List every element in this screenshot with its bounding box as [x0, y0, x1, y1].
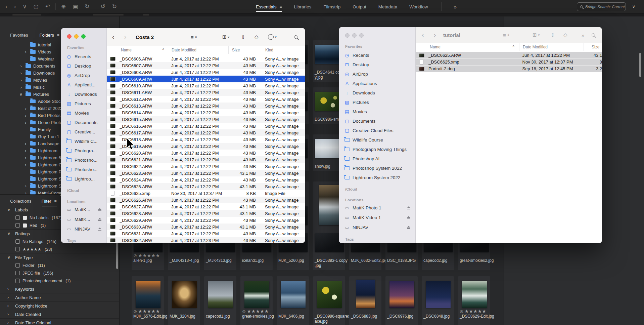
sidebar-item[interactable]: ◎ AirDrop [61, 71, 106, 80]
file-row[interactable]: _DSC6627.ARW Jun 4, 2017 at 12:22 PM 43.… [107, 203, 305, 210]
section-chevron-icon[interactable]: ∨ [7, 231, 11, 236]
file-row[interactable]: _DSC6622.ARW Jun 4, 2017 at 12:22 PM 43 … [107, 163, 305, 170]
section-chevron-icon[interactable]: ∨ [7, 255, 11, 260]
nav-chevron-icon[interactable]: ∨ [22, 4, 27, 9]
checkbox[interactable] [15, 263, 20, 268]
thumbnail-cell[interactable]: ⊘★★★★★ great-smokies.jpg [240, 276, 273, 325]
rating-row[interactable] [460, 252, 489, 258]
photo-thumbnail[interactable] [426, 281, 451, 308]
tabs-overflow-icon[interactable]: » [454, 4, 456, 10]
file-row[interactable]: _DSC6625.xmp Nov 30, 2017 at 12:37 PM 8 … [107, 190, 305, 197]
file-row[interactable]: _DSC6621.ARW Jun 4, 2017 at 12:22 PM 43 … [107, 156, 305, 163]
section-chevron-icon[interactable]: › [7, 295, 11, 300]
sidebar-item[interactable]: ◎ AirDrop [339, 69, 415, 79]
rating-row[interactable] [170, 308, 199, 314]
sidebar-item[interactable]: ⊡ Desktop [61, 61, 106, 71]
zoom-button[interactable] [359, 33, 364, 38]
section-chevron-icon[interactable]: › [7, 287, 11, 291]
search-options-chevron-icon[interactable]: ∨ [632, 4, 635, 9]
file-row[interactable]: _DSC6608.ARW Jun 4, 2017 at 12:22 PM 43 … [107, 69, 305, 76]
section-chevron-icon[interactable]: › [7, 320, 11, 325]
checkbox[interactable] [15, 223, 20, 228]
sidebar-item[interactable]: Photoshop AI [339, 154, 415, 163]
refresh-icon[interactable]: ↻ [85, 4, 89, 9]
rating-row[interactable] [387, 308, 416, 314]
rating-row[interactable] [170, 252, 199, 258]
photo-thumbnail[interactable] [172, 281, 197, 308]
checkbox[interactable] [15, 247, 20, 251]
undo-icon[interactable]: ↺ [100, 4, 105, 9]
thumbnail-cell[interactable]: capecod1.jpg [204, 276, 236, 325]
rating-row[interactable] [423, 252, 453, 258]
thumbnail-cell[interactable]: ⊘★★★★★ _DSC8629-Edit.jpg [458, 276, 490, 325]
sidebar-drive-item[interactable]: ▭ MattK... [61, 214, 106, 224]
file-row[interactable]: _DSC6630.ARW Jun 4, 2017 at 12:22 PM 43.… [107, 224, 305, 230]
share-icon[interactable]: ⇧ [551, 32, 555, 38]
disclosure-chevron-icon[interactable]: › [24, 113, 28, 118]
file-row[interactable]: _DSC6606.ARW Jun 4, 2017 at 12:22 PM 43 … [107, 55, 305, 62]
minimize-button[interactable] [352, 33, 357, 38]
sidebar-item[interactable]: Photograph Moving Things [339, 145, 415, 154]
filter-section-header[interactable]: › Keywords [0, 285, 120, 293]
rating-row[interactable]: ⊘★★★★★ [242, 308, 271, 314]
sidebar-item[interactable]: ◷ Recents [339, 50, 415, 60]
file-row[interactable]: _DSC6625.ARW Jun 4, 2017 at 12:22 PM 43.… [416, 52, 602, 59]
filter-item[interactable]: ★★★★★ (23) [0, 245, 120, 253]
photo-thumbnail[interactable] [136, 281, 160, 308]
panel-tab[interactable]: Folders ≡ [39, 33, 59, 40]
forward-icon[interactable]: › [434, 31, 436, 39]
copy-files-icon[interactable]: ▣ [73, 4, 78, 9]
file-row[interactable]: _DSC6631.ARW Jun 4, 2017 at 12:22 PM 43 … [107, 230, 305, 237]
window-title[interactable]: Costa 2 [136, 34, 154, 40]
rating-row[interactable] [315, 252, 344, 258]
forward-icon[interactable]: › [124, 33, 126, 41]
disclosure-chevron-icon[interactable]: › [24, 149, 28, 153]
sidebar-item[interactable]: Wildlife C... [61, 136, 106, 146]
photo-thumbnail[interactable] [208, 281, 233, 308]
back-icon[interactable]: ‹ [5, 4, 7, 9]
rating-row[interactable] [315, 308, 344, 314]
tag-icon[interactable]: ◇ [255, 34, 259, 40]
rating-row[interactable] [278, 308, 308, 314]
sidebar-drive-item[interactable]: ▭ NINJAV [339, 222, 415, 232]
filter-section-header[interactable]: ∨ File Type [0, 253, 120, 261]
file-row[interactable]: _DSC6610.ARW Jun 4, 2017 at 12:22 PM 43 … [107, 82, 305, 89]
close-button[interactable] [345, 33, 350, 38]
photo-thumbnail[interactable] [389, 281, 414, 308]
eject-icon[interactable] [98, 218, 102, 221]
photo-thumbnail[interactable] [356, 280, 375, 308]
disclosure-chevron-icon[interactable]: › [24, 141, 28, 146]
sidebar-item[interactable]: ▨ Pictures [339, 97, 415, 107]
list-view-icon[interactable]: ≡⇕ [191, 34, 197, 40]
panel-scrollbar[interactable] [639, 53, 641, 77]
sidebar-item[interactable]: Lightroo... [61, 174, 106, 184]
file-row[interactable]: _DSC6629.ARW Jun 4, 2017 at 12:22 PM 43 … [107, 217, 305, 224]
bridge-search-input[interactable]: Bridge Search: Current . [577, 2, 626, 11]
checkbox[interactable] [15, 239, 20, 244]
rating-row[interactable] [206, 252, 235, 258]
thumbnail-cell[interactable]: MJK_3204.jpg [168, 276, 200, 325]
file-row[interactable]: _DSC6623.ARW Jun 4, 2017 at 12:22 PM 43.… [107, 170, 305, 176]
sidebar-drive-item[interactable]: ▭ MattK Video 1 [339, 213, 415, 222]
column-header-date[interactable]: Date Modified [519, 43, 584, 51]
rating-row[interactable] [278, 252, 308, 258]
search-icon[interactable] [294, 35, 297, 39]
window-title[interactable]: tutorial [443, 32, 460, 38]
disclosure-chevron-icon[interactable]: › [24, 184, 28, 189]
sidebar-item[interactable]: Lightroom System 2022 [339, 173, 415, 182]
eject-icon[interactable] [98, 228, 102, 231]
file-row[interactable]: _DSC6628.ARW Jun 4, 2017 at 12:22 PM 43.… [107, 210, 305, 217]
rating-row[interactable]: ⊘★★★★★ [133, 252, 163, 258]
checkbox[interactable] [15, 271, 20, 275]
section-chevron-icon[interactable]: › [7, 303, 11, 308]
sidebar-item[interactable]: A Applications [339, 79, 415, 88]
thumbnail-cell[interactable]: _DSC6848.jpg [422, 276, 454, 325]
file-row[interactable]: _DSC6626.ARW Jun 4, 2017 at 12:22 PM 43 … [107, 197, 305, 203]
panel-tab[interactable]: Favorites [10, 33, 28, 40]
checkbox[interactable] [15, 279, 20, 283]
file-row[interactable]: _DSC6624.ARW Jun 4, 2017 at 12:22 PM 43 … [107, 176, 305, 183]
column-header-date[interactable]: Date Modified [169, 46, 228, 54]
rating-row[interactable]: ⊘★★★★★ [460, 308, 489, 314]
disclosure-chevron-icon[interactable]: › [24, 120, 28, 125]
workspace-tab[interactable]: Output [353, 0, 366, 13]
